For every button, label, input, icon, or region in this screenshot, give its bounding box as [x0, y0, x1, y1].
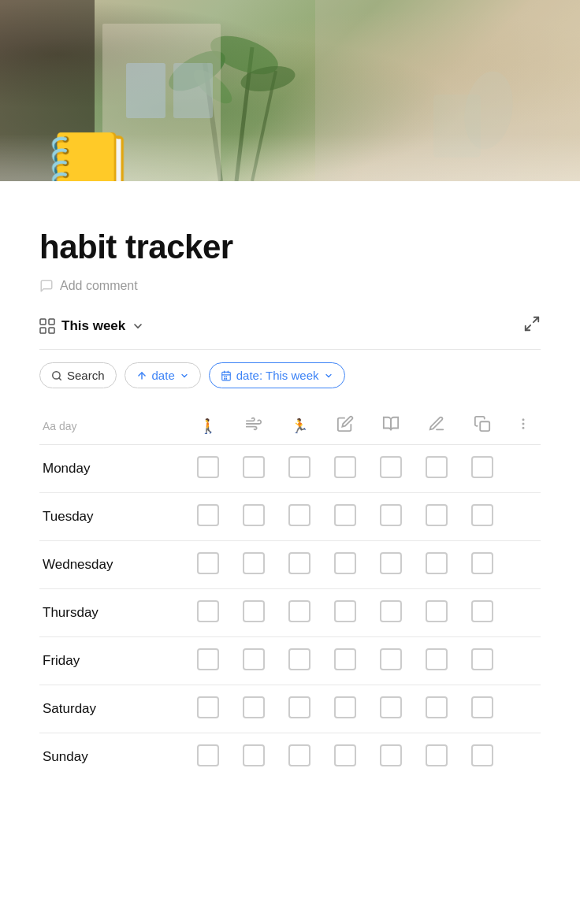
habit-cell — [322, 637, 368, 685]
habit-checkbox[interactable] — [288, 456, 310, 478]
habit-checkbox[interactable] — [197, 696, 219, 718]
habit-checkbox[interactable] — [426, 504, 448, 526]
habit-checkbox[interactable] — [426, 696, 448, 718]
day-cell: Thursday — [39, 589, 185, 637]
habit-cell — [277, 541, 322, 589]
habit-cell — [322, 733, 368, 781]
habit-checkbox[interactable] — [426, 744, 448, 766]
habit-checkbox[interactable] — [243, 456, 265, 478]
add-comment-button[interactable]: Add comment — [39, 279, 541, 293]
habit-checkbox[interactable] — [334, 456, 356, 478]
date-sort-button[interactable]: date — [125, 362, 201, 388]
svg-rect-29 — [224, 377, 225, 379]
habit-cell — [414, 589, 459, 637]
habit-checkbox[interactable] — [243, 744, 265, 766]
habit-cell — [185, 541, 231, 589]
day-cell: Monday — [39, 445, 185, 493]
toolbar-divider — [39, 349, 541, 350]
habit-checkbox[interactable] — [426, 552, 448, 574]
habit-cell — [414, 493, 459, 541]
view-toolbar: This week — [39, 315, 541, 336]
expand-icon[interactable] — [523, 315, 541, 336]
habit-cell — [185, 637, 231, 685]
habit-checkbox[interactable] — [197, 744, 219, 766]
svg-rect-27 — [224, 376, 225, 377]
habit-cell — [322, 685, 368, 733]
habit-checkbox[interactable] — [334, 744, 356, 766]
habit-checkbox[interactable] — [380, 744, 402, 766]
habits-table-wrapper: Aa day 🚶 🏃 — [39, 407, 541, 781]
habit-checkbox[interactable] — [334, 648, 356, 670]
habit-cell — [231, 637, 277, 685]
copy-icon — [474, 415, 491, 432]
habit-cell — [277, 685, 322, 733]
col-header-run: 🏃 — [277, 407, 322, 445]
habit-checkbox[interactable] — [471, 456, 493, 478]
habit-checkbox[interactable] — [471, 648, 493, 670]
grid-view-icon — [39, 318, 55, 334]
habit-checkbox[interactable] — [380, 648, 402, 670]
habit-checkbox[interactable] — [380, 504, 402, 526]
habit-checkbox[interactable] — [334, 552, 356, 574]
habit-checkbox[interactable] — [288, 504, 310, 526]
habit-checkbox[interactable] — [426, 456, 448, 478]
habit-checkbox[interactable] — [471, 696, 493, 718]
book-icon — [382, 415, 400, 432]
table-row: Wednesday — [39, 541, 541, 589]
day-cell: Wednesday — [39, 541, 185, 589]
habit-cell — [414, 733, 459, 781]
habit-cell — [414, 637, 459, 685]
habit-checkbox[interactable] — [197, 600, 219, 622]
col-header-write — [322, 407, 368, 445]
habit-checkbox[interactable] — [334, 600, 356, 622]
habit-checkbox[interactable] — [426, 648, 448, 670]
habit-checkbox[interactable] — [380, 456, 402, 478]
habit-checkbox[interactable] — [243, 552, 265, 574]
habit-checkbox[interactable] — [334, 696, 356, 718]
habit-checkbox[interactable] — [197, 648, 219, 670]
chevron-down-icon — [132, 320, 144, 332]
habit-cell — [231, 733, 277, 781]
col-header-walk: 🚶 — [185, 407, 231, 445]
table-row: Friday — [39, 637, 541, 685]
filter-bar: Search date dat — [39, 362, 541, 388]
habit-checkbox[interactable] — [197, 504, 219, 526]
habit-checkbox[interactable] — [288, 696, 310, 718]
habit-checkbox[interactable] — [197, 552, 219, 574]
search-button[interactable]: Search — [39, 362, 117, 388]
chevron-down-icon-sort — [180, 371, 189, 380]
habit-checkbox[interactable] — [197, 456, 219, 478]
habit-checkbox[interactable] — [243, 696, 265, 718]
habit-checkbox[interactable] — [471, 552, 493, 574]
habit-cell — [277, 445, 322, 493]
habit-checkbox[interactable] — [471, 504, 493, 526]
col-header-journal — [414, 407, 459, 445]
habit-cell — [368, 733, 414, 781]
svg-point-33 — [522, 423, 524, 425]
habit-checkbox[interactable] — [426, 600, 448, 622]
habit-checkbox[interactable] — [380, 696, 402, 718]
day-cell: Tuesday — [39, 493, 185, 541]
habit-checkbox[interactable] — [288, 600, 310, 622]
habit-checkbox[interactable] — [288, 744, 310, 766]
habit-cell — [459, 637, 505, 685]
view-selector[interactable]: This week — [39, 318, 144, 334]
habit-checkbox[interactable] — [288, 552, 310, 574]
habit-cell — [322, 493, 368, 541]
habit-cell — [368, 493, 414, 541]
habit-cell — [231, 685, 277, 733]
habit-checkbox[interactable] — [471, 744, 493, 766]
habit-cell — [231, 493, 277, 541]
date-filter-button[interactable]: date: This week — [209, 362, 345, 388]
svg-point-32 — [522, 419, 524, 421]
habit-checkbox[interactable] — [380, 552, 402, 574]
svg-rect-15 — [49, 319, 54, 325]
habit-checkbox[interactable] — [243, 600, 265, 622]
habit-checkbox[interactable] — [471, 600, 493, 622]
svg-rect-16 — [40, 328, 46, 333]
habit-checkbox[interactable] — [243, 504, 265, 526]
habit-checkbox[interactable] — [288, 648, 310, 670]
habit-checkbox[interactable] — [380, 600, 402, 622]
habit-checkbox[interactable] — [243, 648, 265, 670]
habit-checkbox[interactable] — [334, 504, 356, 526]
